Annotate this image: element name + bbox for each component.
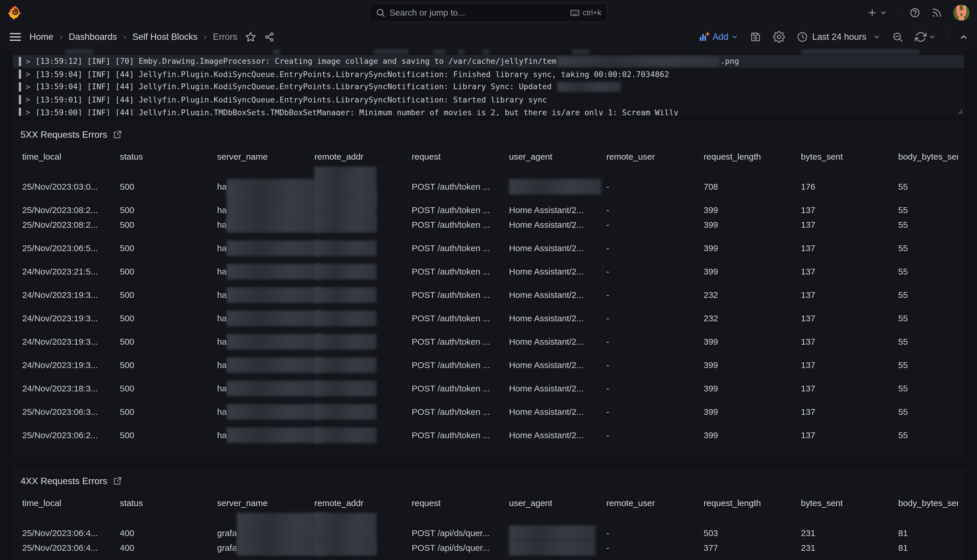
table-cell [311,377,408,400]
log-row[interactable]: >[13:59:04] [INF] [44] Jellyfin.Plugin.K… [13,80,964,93]
time-range-picker[interactable]: Last 24 hours [797,31,880,43]
log-row[interactable]: >[13:59:01] [INF] [44] Jellyfin.Plugin.K… [13,93,964,106]
table-cell: 232 [700,307,797,330]
table-cell: 24/Nov/2023:19:3... [19,353,116,377]
log-row[interactable]: >[13:59:12] [INF] [70] Emby.Drawing.Imag… [13,55,964,68]
column-header[interactable]: bytes_sent [797,493,894,513]
column-header[interactable]: status [116,493,213,513]
column-header[interactable]: request_length [700,147,797,166]
zoom-out-icon[interactable] [892,31,904,43]
table-cell: 500 [116,424,213,447]
new-button[interactable] [867,8,887,18]
redacted-text [458,49,465,55]
redacted-text [557,57,719,67]
redacted-text [509,525,595,541]
column-header[interactable]: body_bytes_sent [894,147,958,166]
table-cell: 55 [894,400,958,423]
add-panel-label: Add [712,32,729,42]
column-header[interactable]: bytes_sent [797,147,894,166]
time-range-label: Last 24 hours [812,32,867,42]
external-link-icon[interactable] [113,476,122,486]
table-cell [311,330,408,353]
refresh-button[interactable] [915,31,936,43]
breadcrumb-home[interactable]: Home [30,32,53,42]
table-cell: 500 [116,330,213,353]
redacted-text [314,217,377,233]
settings-gear-icon[interactable] [773,31,785,43]
table-cell: ha [213,353,311,377]
log-line-text: [13:59:00] [INF] [44] Jellyfin.Plugin.TM… [35,108,679,116]
log-level-bar [19,70,21,79]
column-header[interactable]: remote_addr [311,147,408,166]
column-header[interactable]: request [408,147,505,166]
column-header[interactable]: remote_addr [311,493,408,513]
table-cell: - [602,536,700,559]
user-avatar[interactable] [953,5,969,21]
redacted-text [509,179,601,195]
column-header[interactable]: user_agent [505,493,602,513]
table-cell: 377 [700,536,797,559]
table-cell: 55 [894,377,958,400]
column-header[interactable]: remote_user [602,147,700,166]
redacted-text [227,311,322,326]
breadcrumb-dashboards[interactable]: Dashboards [69,32,117,42]
column-header[interactable]: status [116,147,213,166]
expand-chevron-icon[interactable]: > [26,70,30,78]
column-header[interactable]: body_bytes_sent [894,493,958,513]
table-cell [311,283,408,307]
column-header[interactable]: server_name [213,493,311,513]
panel-title[interactable]: 4XX Requests Errors [20,476,107,487]
panel-title[interactable]: 5XX Requests Errors [20,129,107,140]
expand-chevron-icon[interactable]: > [26,83,30,91]
menu-icon[interactable] [9,30,22,43]
redacted-text [227,217,322,233]
column-header[interactable]: remote_user [602,493,700,513]
log-row[interactable]: >[13:59:00] [INF] [44] Jellyfin.Plugin.T… [13,106,964,116]
log-level-bar [19,57,21,66]
grafana-logo[interactable] [8,5,22,21]
table-cell: 500 [116,260,213,283]
expand-chevron-icon[interactable]: > [26,57,30,66]
column-header[interactable]: time_local [19,147,116,166]
table-cell: POST /auth/token ... [408,377,505,400]
search-bar[interactable]: ctrl+k [370,3,607,22]
collapse-caret-icon[interactable] [959,32,968,42]
breadcrumb-current: Errors [213,32,237,42]
table-cell: Home Assistant/2... [505,424,602,447]
table-cell: 399 [700,424,797,447]
save-icon[interactable] [750,31,761,43]
search-shortcut: ctrl+k [570,8,601,18]
expand-chevron-icon[interactable]: > [26,108,30,116]
column-header[interactable]: user_agent [505,147,602,166]
star-icon[interactable] [245,31,257,43]
column-header[interactable]: request_length [700,493,797,513]
breadcrumb-folder[interactable]: Self Host Blocks [133,32,198,42]
redacted-text [314,404,377,420]
expand-chevron-icon[interactable]: > [26,95,30,104]
table-header-row: time_localstatusserver_nameremote_addrre… [19,493,958,513]
table-cell: Home Assistant/2... [505,377,602,400]
log-row[interactable]: >[13:59:04] [INF] [44] Jellyfin.Plugin.K… [13,68,964,80]
table-row: 24/Nov/2023:19:3...500haPOST /auth/token… [19,330,958,353]
share-icon[interactable] [264,32,275,42]
column-header[interactable]: request [408,493,505,513]
news-button[interactable] [931,7,942,18]
column-header[interactable]: time_local [19,493,116,513]
table-cell: - [602,237,700,260]
table-cell: ha [213,330,311,353]
redacted-text [509,540,595,556]
search-input[interactable] [390,8,566,18]
external-link-icon[interactable] [113,130,122,139]
add-panel-button[interactable]: Add [699,32,738,42]
table-cell: 137 [797,237,894,260]
panel-resize-handle[interactable] [957,108,962,114]
redacted-text [374,49,408,55]
column-header[interactable]: server_name [213,147,311,166]
table-cell: POST /auth/token ... [408,283,505,307]
table-cell: 25/Nov/2023:06:3... [19,400,116,423]
table-cell: Home Assistant/2... [505,330,602,353]
log-level-bar [19,95,21,104]
help-button[interactable] [909,7,920,18]
table-cell: 25/Nov/2023:06:4... [19,536,116,559]
logs-panel: >[13:59:12] [INF] [70] Emby.Drawing.Imag… [13,48,964,116]
